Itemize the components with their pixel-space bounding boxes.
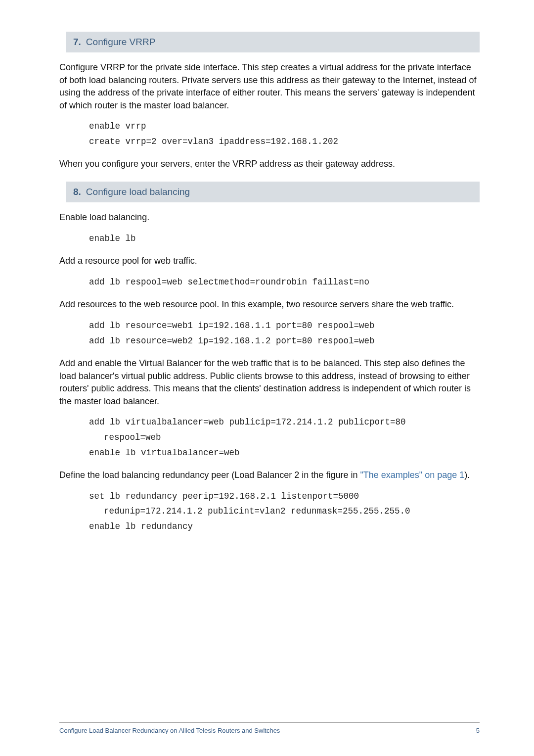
footer-page-number: 5 — [476, 727, 480, 734]
step-8-code-1: enable lb — [89, 231, 480, 246]
code-line: enable lb virtualbalancer=web — [89, 445, 480, 461]
step-7-para-2: When you configure your servers, enter t… — [59, 158, 480, 171]
step-7-title: Configure VRRP — [86, 37, 155, 47]
document-page: 7.Configure VRRP Configure VRRP for the … — [0, 0, 534, 756]
code-line: enable vrrp — [89, 119, 480, 134]
code-line: add lb resource=web2 ip=192.168.1.2 port… — [89, 333, 480, 349]
footer-title: Configure Load Balancer Redundancy on Al… — [59, 727, 280, 734]
code-line: add lb respool=web selectmethod=roundrob… — [89, 275, 480, 290]
step-8-para-2: Add a resource pool for web traffic. — [59, 255, 480, 268]
code-line-indent: respool=web — [89, 430, 480, 445]
para-text: ). — [464, 470, 470, 480]
step-8-title: Configure load balancing — [86, 187, 190, 197]
code-line: set lb redundancy peerip=192.168.2.1 lis… — [89, 489, 480, 504]
step-8-para-3: Add resources to the web resource pool. … — [59, 298, 480, 311]
code-line: add lb resource=web1 ip=192.168.1.1 port… — [89, 318, 480, 333]
step-8-code-4: add lb virtualbalancer=web publicip=172.… — [89, 415, 480, 460]
code-line: enable lb — [89, 231, 480, 246]
step-8-para-1: Enable load balancing. — [59, 211, 480, 224]
code-line-indent: redunip=172.214.1.2 publicint=vlan2 redu… — [89, 504, 480, 519]
step-7-code-1: enable vrrp create vrrp=2 over=vlan3 ipa… — [89, 119, 480, 149]
step-8-header: 8.Configure load balancing — [66, 182, 480, 202]
para-text: Define the load balancing redundancy pee… — [59, 470, 360, 480]
cross-reference-link[interactable]: "The examples" on page 1 — [360, 470, 464, 480]
step-8-code-5: set lb redundancy peerip=192.168.2.1 lis… — [89, 489, 480, 534]
step-8-para-4: Add and enable the Virtual Balancer for … — [59, 357, 480, 408]
code-line: add lb virtualbalancer=web publicip=172.… — [89, 415, 480, 430]
step-8-code-3: add lb resource=web1 ip=192.168.1.1 port… — [89, 318, 480, 348]
code-line: create vrrp=2 over=vlan3 ipaddress=192.1… — [89, 134, 480, 149]
step-7-header: 7.Configure VRRP — [66, 32, 480, 52]
step-8-para-5: Define the load balancing redundancy pee… — [59, 469, 480, 482]
step-7-para-1: Configure VRRP for the private side inte… — [59, 61, 480, 112]
code-line: enable lb redundancy — [89, 519, 480, 534]
step-8-number: 8. — [73, 187, 81, 197]
step-8-code-2: add lb respool=web selectmethod=roundrob… — [89, 275, 480, 290]
page-footer: Configure Load Balancer Redundancy on Al… — [59, 722, 480, 734]
step-7-number: 7. — [73, 37, 81, 47]
